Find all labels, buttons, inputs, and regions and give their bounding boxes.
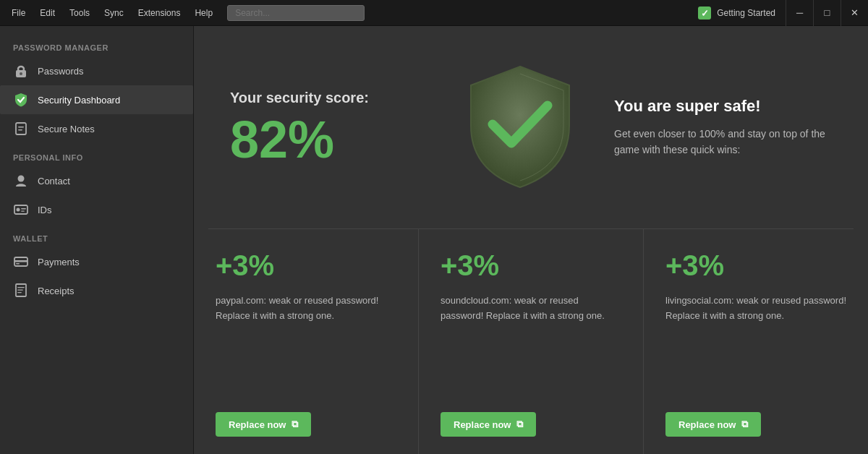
search-bar-wrap (227, 5, 365, 21)
score-section: Your security score: 82% (230, 90, 448, 166)
card-livingsocial: +3% livingsocial.com: weak or reused pas… (644, 229, 868, 454)
replace-button-1-label: Replace now (229, 419, 286, 430)
big-shield-icon (462, 61, 578, 194)
menu-edit[interactable]: Edit (33, 0, 62, 26)
search-input[interactable] (227, 5, 365, 21)
svg-rect-19 (17, 292, 22, 293)
sidebar-item-receipts[interactable]: Receipts (0, 276, 193, 305)
person-icon (13, 173, 29, 189)
close-button[interactable]: ✕ (841, 0, 868, 26)
card-bonus-3: +3% (665, 249, 846, 282)
menu-extensions[interactable]: Extensions (131, 0, 188, 26)
svg-rect-15 (16, 263, 20, 265)
sidebar-item-secure-notes-label: Secure Notes (38, 124, 95, 134)
score-value: 82% (230, 113, 448, 166)
sidebar-item-security-dashboard-label: Security Dashboard (38, 95, 120, 106)
replace-button-1[interactable]: Replace now ⧉ (216, 412, 311, 437)
receipt-icon (13, 283, 29, 299)
card-soundcloud: +3% soundcloud.com: weak or reused passw… (419, 229, 644, 454)
svg-rect-18 (17, 290, 23, 291)
svg-rect-7 (18, 129, 22, 131)
lock-icon (13, 63, 29, 79)
score-label: Your security score: (230, 90, 448, 106)
card-paypal: +3% paypal.com: weak or reused password!… (194, 229, 419, 454)
maximize-button[interactable]: □ (813, 0, 841, 26)
svg-point-10 (17, 208, 20, 212)
sidebar-section-wallet: WALLET (0, 224, 193, 247)
svg-point-8 (18, 176, 25, 182)
svg-rect-11 (21, 208, 26, 210)
sidebar-item-passwords-label: Passwords (38, 66, 84, 77)
window-controls: ─ □ ✕ (786, 0, 868, 26)
replace-icon-2: ⧉ (516, 419, 523, 430)
svg-text:✓: ✓ (701, 8, 709, 19)
menu-sync[interactable]: Sync (97, 0, 131, 26)
replace-button-2[interactable]: Replace now ⧉ (441, 412, 536, 437)
sidebar-item-secure-notes[interactable]: Secure Notes (0, 114, 193, 143)
shield-section (448, 61, 592, 194)
sidebar-item-ids[interactable]: IDs (0, 195, 193, 224)
sidebar-item-security-dashboard[interactable]: Security Dashboard (0, 85, 193, 114)
app-body: PASSWORD MANAGER Passwords Security Dash… (0, 26, 868, 454)
sidebar-item-payments-label: Payments (38, 257, 80, 267)
card-icon (13, 254, 29, 270)
sidebar-section-password-manager: PASSWORD MANAGER (0, 33, 193, 56)
menu-file[interactable]: File (4, 0, 33, 26)
title-bar-right: ✓ Getting Started ─ □ ✕ (686, 0, 868, 26)
getting-started-icon: ✓ (697, 5, 712, 21)
message-section: You are super safe! Get even closer to 1… (592, 97, 832, 158)
replace-icon-1: ⧉ (292, 419, 298, 430)
getting-started[interactable]: ✓ Getting Started (686, 5, 786, 21)
menu-tools[interactable]: Tools (62, 0, 97, 26)
card-desc-2: soundcloud.com: weak or reused password!… (441, 294, 621, 399)
sidebar-item-contact-label: Contact (38, 176, 70, 187)
cards-section: +3% paypal.com: weak or reused password!… (194, 229, 868, 454)
sidebar-item-payments[interactable]: Payments (0, 247, 193, 276)
svg-rect-17 (17, 287, 25, 288)
message-title: You are super safe! (614, 97, 832, 116)
card-bonus-2: +3% (441, 249, 621, 282)
sidebar-item-passwords[interactable]: Passwords (0, 56, 193, 85)
svg-rect-5 (16, 123, 26, 134)
id-icon (13, 202, 29, 218)
title-bar: File Edit Tools Sync Extensions Help ✓ G… (0, 0, 868, 26)
replace-button-2-label: Replace now (454, 419, 511, 430)
svg-point-4 (20, 72, 22, 75)
sidebar-section-personal-info: PERSONAL INFO (0, 143, 193, 166)
sidebar-item-receipts-label: Receipts (38, 286, 75, 296)
card-desc-1: paypal.com: weak or reused password! Rep… (216, 294, 396, 399)
sidebar: PASSWORD MANAGER Passwords Security Dash… (0, 26, 194, 454)
menu-bar: File Edit Tools Sync Extensions Help (0, 0, 365, 26)
top-section: Your security score: 82% (194, 26, 868, 228)
svg-rect-6 (18, 127, 24, 128)
message-body: Get even closer to 100% and stay on top … (614, 126, 832, 158)
svg-rect-3 (18, 67, 24, 72)
card-bonus-1: +3% (216, 249, 396, 282)
svg-rect-14 (14, 260, 27, 262)
card-desc-3: livingsocial.com: weak or reused passwor… (665, 294, 846, 399)
getting-started-label: Getting Started (717, 8, 775, 18)
main-content: Your security score: 82% (194, 26, 868, 454)
replace-button-3-label: Replace now (678, 419, 736, 430)
svg-rect-12 (21, 211, 25, 212)
shield-icon (13, 92, 29, 108)
replace-button-3[interactable]: Replace now ⧉ (665, 412, 761, 437)
minimize-button[interactable]: ─ (786, 0, 813, 26)
note-icon (13, 121, 29, 137)
sidebar-item-contact[interactable]: Contact (0, 166, 193, 195)
replace-icon-3: ⧉ (741, 419, 748, 430)
menu-help[interactable]: Help (187, 0, 220, 26)
sidebar-item-ids-label: IDs (38, 205, 52, 215)
